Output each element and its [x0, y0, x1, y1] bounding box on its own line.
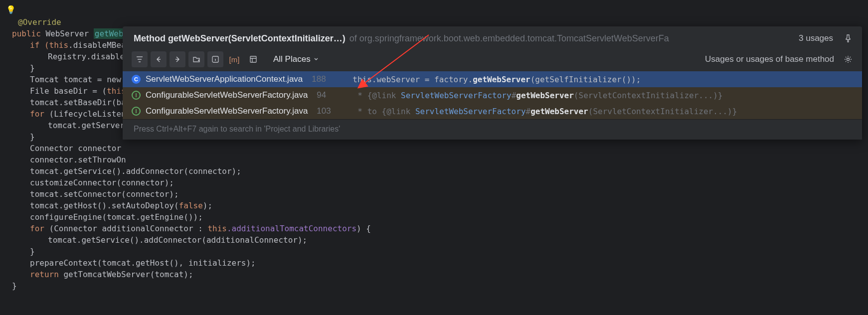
layout-icon[interactable] — [245, 51, 261, 67]
next-occurrence-icon[interactable] — [170, 51, 185, 67]
code-line: } — [5, 281, 17, 291]
scope-dropdown[interactable]: All Places — [273, 54, 319, 64]
settings-gear-icon[interactable] — [841, 52, 855, 66]
result-line-number: 188 — [312, 74, 332, 84]
class-file-icon: C — [132, 75, 141, 84]
code-line: } — [5, 63, 35, 73]
code-line: Registry.disable — [5, 52, 125, 61]
filter-icon[interactable] — [132, 51, 148, 67]
popup-header: Method getWebServer(ServletContextInitia… — [123, 26, 862, 49]
intention-bulb-icon[interactable]: 💡 — [6, 5, 16, 14]
popup-toolbar: [m] All Places Usages or usages of base … — [123, 49, 862, 71]
toolbar-right-label: Usages or usages of base method — [705, 54, 834, 64]
popup-subtitle: of org.springframework.boot.web.embedded… — [349, 33, 789, 44]
editor-scrollbar[interactable] — [863, 0, 868, 315]
code-line: tomcat.setConnector(connector); — [5, 189, 179, 199]
code-line: customizeConnector(connector); — [5, 178, 174, 187]
code-line: File baseDir = (this — [5, 86, 126, 96]
result-file-name: ConfigurableServletWebServerFactory.java — [146, 90, 308, 100]
result-line-number: 103 — [317, 106, 337, 116]
chevron-down-icon — [314, 57, 319, 62]
code-line: tomcat.setBaseDir(ba — [5, 98, 126, 107]
code-line: if (this.disableMBea — [5, 40, 126, 50]
svg-point-2 — [847, 58, 850, 61]
usage-result-list: C ServletWebServerApplicationContext.jav… — [123, 71, 862, 119]
code-line: connector.setThrowOn — [5, 155, 126, 164]
result-preview: this.webServer = factory.getWebServer(ge… — [352, 75, 641, 84]
find-usages-popup: Method getWebServer(ServletContextInitia… — [123, 26, 862, 140]
code-line: Connector connector — [5, 144, 126, 153]
code-line: for (Connector additionalConnector : thi… — [5, 224, 371, 233]
code-line: Tomcat tomcat = new — [5, 75, 126, 84]
popup-title: Method getWebServer(ServletContextInitia… — [134, 33, 346, 44]
result-file-name: ServletWebServerApplicationContext.java — [146, 74, 303, 84]
prev-occurrence-icon[interactable] — [151, 51, 167, 67]
code-line: } — [5, 247, 35, 256]
annotation-text: @Override — [5, 17, 61, 27]
code-line: return getTomcatWebServer(tomcat); — [5, 270, 193, 279]
usage-result-row[interactable]: I ConfigurableServletWebServerFactory.ja… — [123, 103, 862, 119]
pin-button[interactable] — [841, 31, 855, 45]
result-preview: * to {@link ServletWebServerFactory#getW… — [357, 107, 737, 116]
info-icon[interactable] — [207, 51, 223, 67]
code-line: for (LifecycleListen — [5, 109, 126, 119]
code-line: tomcat.getService().addConnector(additio… — [5, 235, 307, 245]
code-line: configureEngine(tomcat.getEngine()); — [5, 212, 203, 222]
new-folder-icon[interactable] — [188, 51, 204, 67]
result-preview: * {@link ServletWebServerFactory#getWebS… — [357, 91, 722, 100]
popup-footer-hint: Press Ctrl+Alt+F7 again to search in 'Pr… — [123, 119, 862, 140]
code-line: tomcat.getServer — [5, 121, 125, 130]
usages-count: 3 usages — [799, 33, 833, 43]
code-line: tomcat.getService().addConnector(connect… — [5, 166, 241, 176]
interface-file-icon: I — [132, 91, 141, 100]
interface-file-icon: I — [132, 107, 141, 116]
regex-icon[interactable]: [m] — [226, 51, 242, 67]
code-line: tomcat.getHost().setAutoDeploy(false); — [5, 201, 212, 210]
code-line: prepareContext(tomcat.getHost(), initial… — [5, 258, 256, 268]
usage-result-row[interactable]: C ServletWebServerApplicationContext.jav… — [123, 71, 862, 87]
result-file-name: ConfigurableServletWebServerFactory.java — [146, 106, 308, 116]
usage-result-row[interactable]: I ConfigurableServletWebServerFactory.ja… — [123, 87, 862, 103]
svg-rect-1 — [250, 56, 256, 62]
result-line-number: 94 — [317, 90, 337, 100]
code-line: } — [5, 132, 35, 142]
